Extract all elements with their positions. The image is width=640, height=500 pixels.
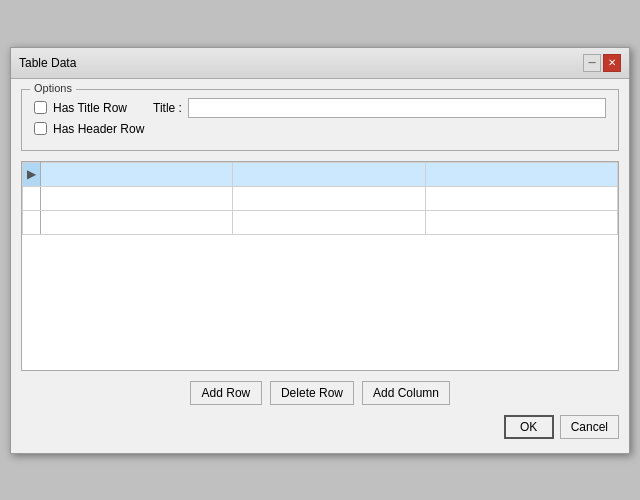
table-cell[interactable] [233,186,425,210]
table-cell[interactable] [41,162,233,186]
delete-row-button[interactable]: Delete Row [270,381,354,405]
ok-cancel-row: OK Cancel [21,415,619,443]
table-cell[interactable] [425,186,617,210]
title-label: Title : [153,101,182,115]
ok-button[interactable]: OK [504,415,554,439]
add-row-button[interactable]: Add Row [190,381,262,405]
table-cell[interactable] [425,162,617,186]
table-cell[interactable] [233,210,425,234]
has-title-row-checkbox[interactable] [34,101,47,114]
title-input[interactable] [188,98,606,118]
data-table: ▶ [22,162,618,235]
options-group: Options Has Title Row Title : Has Header… [21,89,619,151]
close-button[interactable]: ✕ [603,54,621,72]
minimize-button[interactable]: ─ [583,54,601,72]
table-cell[interactable] [425,210,617,234]
table-area: ▶ [21,161,619,371]
title-bar-buttons: ─ ✕ [583,54,621,72]
title-bar: Table Data ─ ✕ [11,48,629,79]
dialog-body: Options Has Title Row Title : Has Header… [11,79,629,453]
cancel-button[interactable]: Cancel [560,415,619,439]
table-cell[interactable] [233,162,425,186]
table-data-dialog: Table Data ─ ✕ Options Has Title Row Tit… [10,47,630,454]
table-cell[interactable] [41,210,233,234]
has-header-row-row: Has Header Row [34,122,606,136]
has-title-row-row: Has Title Row Title : [34,98,606,118]
has-header-row-label: Has Header Row [53,122,144,136]
action-buttons-row: Add Row Delete Row Add Column [21,381,619,405]
row-indicator: ▶ [23,162,41,186]
has-title-row-label: Has Title Row [53,101,127,115]
row-indicator [23,210,41,234]
has-header-row-checkbox[interactable] [34,122,47,135]
table-cell[interactable] [41,186,233,210]
dialog-title: Table Data [19,56,76,70]
add-column-button[interactable]: Add Column [362,381,450,405]
options-legend: Options [30,82,76,94]
table-row[interactable] [23,186,618,210]
table-row[interactable]: ▶ [23,162,618,186]
table-row[interactable] [23,210,618,234]
row-indicator [23,186,41,210]
